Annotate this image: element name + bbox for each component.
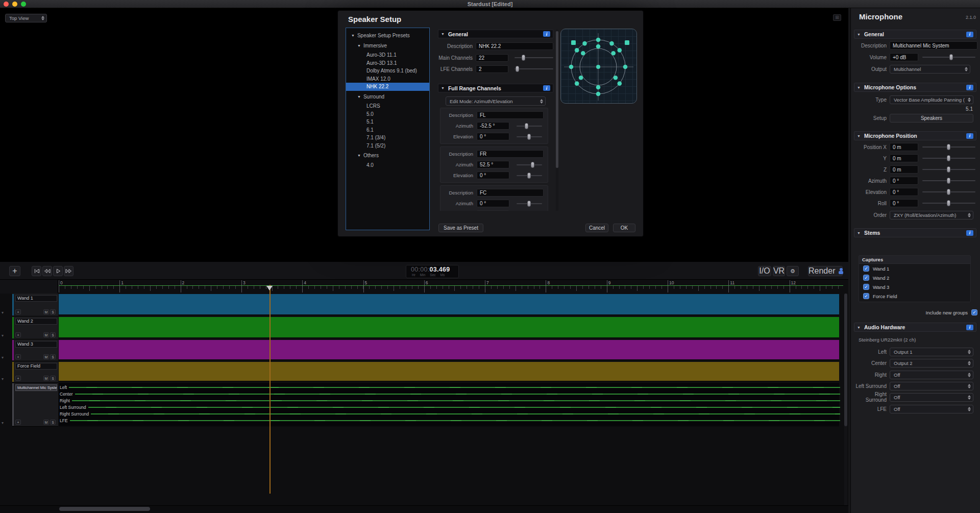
track-region[interactable]: [59, 317, 839, 338]
track-name-field[interactable]: Wand 2: [15, 318, 57, 325]
position-slider[interactable]: [922, 188, 975, 196]
fast-forward-button[interactable]: [64, 266, 74, 276]
position-slider[interactable]: [922, 143, 975, 151]
section-header-mic-position[interactable]: ▼ Microphone Position i: [854, 131, 976, 140]
track-collapse-icon[interactable]: ▾: [2, 333, 4, 338]
slider-thumb[interactable]: [949, 54, 953, 60]
collapse-icon[interactable]: ▼: [857, 33, 861, 36]
viewport-layout-icon[interactable]: ⊞: [833, 14, 841, 21]
preset-item[interactable]: 7.1 (3/4): [346, 134, 429, 142]
dialog-section-full-range[interactable]: ▼ Full Range Channels i: [438, 84, 553, 92]
dialog-scrollbar-thumb[interactable]: [556, 31, 558, 168]
hardware-output-dropdown[interactable]: Output 1: [890, 348, 973, 356]
track-name-field[interactable]: Wand 3: [15, 341, 57, 348]
channel-azimuth-input[interactable]: -52.5 °: [477, 122, 509, 130]
slider-thumb[interactable]: [947, 166, 950, 173]
slider-thumb[interactable]: [527, 134, 531, 140]
slider-thumb[interactable]: [531, 162, 534, 168]
slider-thumb[interactable]: [516, 66, 519, 72]
preset-item[interactable]: 5.1: [346, 118, 429, 126]
position-value-input[interactable]: 0 °: [890, 199, 918, 207]
slider-thumb[interactable]: [527, 201, 531, 207]
track-add-button[interactable]: +: [15, 354, 21, 359]
track-add-button[interactable]: +: [15, 376, 21, 381]
mic-description-input[interactable]: Multichannel Mic System: [890, 41, 977, 50]
track-mute-button[interactable]: M: [43, 332, 49, 337]
preset-group-others[interactable]: ▼Others: [346, 152, 429, 160]
track-mute-button[interactable]: M: [43, 309, 49, 314]
track-add-button[interactable]: +: [15, 309, 21, 314]
timeline-ruler[interactable]: [59, 286, 843, 293]
position-slider[interactable]: [922, 166, 975, 173]
track-header[interactable]: Wand 2+MS: [12, 316, 58, 339]
include-new-groups-checkbox[interactable]: ✓: [971, 309, 977, 315]
track-collapse-icon[interactable]: ▾: [2, 310, 4, 315]
preset-item[interactable]: Auro-3D 11.1: [346, 51, 429, 59]
track-collapse-icon[interactable]: ▾: [2, 355, 4, 360]
track-collapse-icon[interactable]: ▾: [2, 421, 4, 425]
settings-button[interactable]: ⚙: [787, 266, 799, 276]
channel-azimuth-input[interactable]: 52.5 °: [477, 161, 509, 168]
info-icon[interactable]: i: [543, 85, 550, 91]
track-region[interactable]: [59, 340, 839, 360]
preset-item[interactable]: 4.0: [346, 161, 429, 169]
slider-thumb[interactable]: [947, 200, 950, 206]
preset-item[interactable]: 7.1 (5/2): [346, 142, 429, 150]
track-region[interactable]: [59, 362, 839, 382]
slider-thumb[interactable]: [525, 123, 528, 129]
info-icon[interactable]: i: [966, 133, 973, 139]
track-collapse-icon[interactable]: ▾: [2, 377, 4, 381]
mic-track-header[interactable]: Multichannel Mic Syste+MS: [12, 383, 58, 427]
hardware-output-dropdown[interactable]: Off: [890, 382, 973, 390]
track-add-button[interactable]: +: [15, 332, 21, 337]
preset-item[interactable]: 5.0: [346, 110, 429, 118]
preset-group-immersive[interactable]: ▼Immersive: [346, 42, 429, 50]
mic-type-dropdown[interactable]: Vector Base Amplitude Panning (V: [890, 95, 973, 104]
channel-azimuth-slider[interactable]: [517, 161, 542, 168]
timeline-horizontal-scrollbar-thumb[interactable]: [59, 507, 150, 511]
track-name-field[interactable]: Force Field: [15, 363, 57, 370]
lfe-channels-slider[interactable]: [514, 65, 553, 72]
channel-azimuth-input[interactable]: 0 °: [477, 200, 509, 207]
main-channels-input[interactable]: 22: [476, 54, 508, 62]
hardware-output-dropdown[interactable]: Off: [890, 393, 973, 402]
slider-thumb[interactable]: [947, 155, 950, 161]
view-selector-dropdown[interactable]: Top View: [5, 14, 47, 22]
collapse-icon[interactable]: ▼: [857, 86, 861, 89]
section-header-audio-hardware[interactable]: ▼ Audio Hardware i: [854, 323, 976, 332]
capture-checkbox[interactable]: ✓: [863, 284, 869, 290]
position-slider[interactable]: [922, 200, 975, 207]
mic-order-dropdown[interactable]: ZXY (Roll/Elevation/Azimuth): [890, 211, 973, 219]
vr-button[interactable]: VR: [773, 266, 785, 276]
track-header[interactable]: Wand 3+MS: [12, 339, 58, 361]
position-value-input[interactable]: 0 °: [890, 188, 918, 196]
track-mute-button[interactable]: M: [43, 376, 49, 381]
track-mute-button[interactable]: M: [43, 354, 49, 359]
channel-description-input[interactable]: FR: [477, 150, 544, 158]
channel-description-input[interactable]: FL: [477, 111, 544, 119]
edit-mode-dropdown[interactable]: Edit Mode: Azimuth/Elevation: [446, 96, 546, 106]
track-region[interactable]: [59, 294, 839, 315]
slider-thumb[interactable]: [947, 189, 950, 195]
section-header-mic-options[interactable]: ▼ Microphone Options i: [854, 83, 976, 92]
position-value-input[interactable]: 0 m: [890, 165, 918, 174]
add-track-button[interactable]: +: [9, 266, 20, 276]
lfe-channels-input[interactable]: 2: [476, 65, 508, 73]
channel-elevation-slider[interactable]: [517, 172, 542, 179]
preset-item[interactable]: LCRS: [346, 102, 429, 110]
track-mute-button[interactable]: M: [43, 420, 49, 425]
collapse-icon[interactable]: ▼: [357, 95, 361, 99]
speaker-setup-button[interactable]: Speakers: [890, 114, 973, 123]
mic-output-dropdown[interactable]: Multichannel: [890, 65, 970, 74]
dialog-description-input[interactable]: NHK 22.2: [476, 42, 553, 50]
playhead-line[interactable]: [270, 285, 271, 494]
position-value-input[interactable]: 0 m: [890, 154, 918, 162]
collapse-icon[interactable]: ▼: [441, 86, 445, 90]
position-slider[interactable]: [922, 155, 975, 162]
track-header[interactable]: Wand 1+MS: [12, 294, 58, 316]
position-slider[interactable]: [922, 177, 975, 184]
channel-elevation-input[interactable]: 0 °: [477, 210, 509, 211]
collapse-icon[interactable]: ▼: [357, 44, 361, 47]
playhead-marker[interactable]: [266, 286, 273, 290]
collapse-icon[interactable]: ▼: [857, 231, 861, 235]
